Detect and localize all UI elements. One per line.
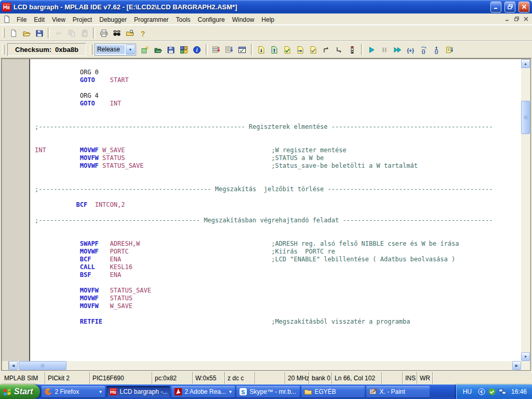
menu-project[interactable]: Project [69, 15, 96, 25]
paste-button[interactable] [78, 26, 91, 39]
taskbar-task-firefox[interactable]: 2 Firefox▼ [42, 386, 105, 397]
build-options-button[interactable] [178, 43, 191, 56]
step-out-button[interactable]: {} [430, 43, 443, 56]
scroll-left-button[interactable]: ◀ [9, 361, 18, 370]
taskbar-task-skype[interactable]: SSkype™ - mr.b... [236, 386, 300, 397]
save-workspace-button[interactable] [165, 43, 178, 56]
mdi-restore-button[interactable] [512, 15, 521, 23]
menu-file[interactable]: File [13, 15, 30, 25]
vertical-scrollbar[interactable]: ▲ ▼ [521, 59, 530, 361]
animate-button[interactable] [391, 43, 404, 56]
toolbar-gripper[interactable] [2, 45, 5, 55]
status-programmer: PICkit 2 [45, 372, 90, 384]
find-button[interactable] [110, 26, 123, 39]
build-configuration-value: Release [96, 45, 125, 54]
release-from-reset-button[interactable] [320, 43, 333, 56]
code-line: GOTO START [35, 76, 521, 84]
mdi-client-area: ORG 0 GOTO START ORG 4 GOTO INT ;-------… [1, 58, 531, 371]
build-configuration-combobox[interactable]: Release ▼ [95, 44, 136, 56]
open-project-button[interactable] [152, 43, 165, 56]
help-button[interactable]: ? [136, 26, 149, 39]
abort-button[interactable] [346, 43, 359, 56]
scroll-down-button[interactable]: ▼ [521, 352, 530, 361]
editor-gutter[interactable] [2, 59, 30, 361]
vertical-scrollbar-thumb[interactable] [521, 101, 530, 134]
chevron-down-icon[interactable]: ▼ [99, 390, 103, 394]
hold-in-reset-button[interactable] [333, 43, 346, 56]
chevron-down-icon[interactable]: ▼ [126, 45, 135, 55]
code-line [35, 84, 521, 92]
about-button[interactable]: i [191, 43, 204, 56]
step-into-button[interactable]: {+} [404, 43, 417, 56]
mdi-minimize-button[interactable] [503, 15, 512, 23]
build-all-button[interactable] [223, 43, 236, 56]
print-button[interactable] [97, 26, 110, 39]
mdi-close-button[interactable] [522, 15, 530, 23]
paste-icon [81, 29, 89, 37]
maximize-restore-button[interactable] [504, 2, 515, 12]
start-button[interactable]: Start [0, 384, 40, 399]
new-project-button[interactable] [139, 43, 152, 56]
mdi-close-icon [524, 17, 528, 21]
taskbar-task-adobe[interactable]: 2 Adobe Rea...▼ [171, 386, 235, 397]
menu-view[interactable]: View [48, 15, 69, 25]
toolbar-separator [48, 28, 50, 38]
taskbar-task-paint[interactable]: X. - Paint [366, 386, 430, 397]
build-button[interactable] [210, 43, 223, 56]
scroll-up-button[interactable]: ▲ [521, 59, 530, 68]
save-file-button[interactable] [33, 26, 46, 39]
menu-debugger[interactable]: Debugger [96, 15, 130, 25]
step-over-button[interactable]: {} [417, 43, 430, 56]
verify-button[interactable] [281, 43, 294, 56]
horizontal-scrollbar[interactable]: ◀ ▶ [2, 361, 521, 370]
network-icon[interactable] [498, 388, 507, 396]
find-in-files-button[interactable] [123, 26, 136, 39]
verify-icon [283, 46, 291, 54]
source-code[interactable]: ORG 0 GOTO START ORG 4 GOTO INT ;-------… [30, 59, 521, 326]
hide-chevron-icon[interactable] [477, 388, 486, 396]
code-editor[interactable]: ORG 0 GOTO START ORG 4 GOTO INT ;-------… [30, 59, 521, 361]
read-target-button[interactable] [268, 43, 281, 56]
scrollbar-corner [521, 361, 530, 370]
toolbar-gripper[interactable] [90, 45, 92, 55]
menu-edit[interactable]: Edit [30, 15, 48, 25]
menu-tools[interactable]: Tools [172, 15, 194, 25]
blank-check-button[interactable] [307, 43, 320, 56]
menu-programmer[interactable]: Programmer [130, 15, 172, 25]
taskbar-task-folder[interactable]: EGYÉB [301, 386, 365, 397]
cut-button[interactable]: ✂ [52, 26, 65, 39]
scroll-right-button[interactable]: ▶ [512, 361, 521, 370]
code-line: MOVFW STATUS_SAVE [35, 287, 521, 295]
mplab-icon [109, 388, 117, 396]
menu-help[interactable]: Help [258, 15, 278, 25]
open-file-button[interactable] [20, 26, 33, 39]
run-button[interactable] [365, 43, 378, 56]
horizontal-scrollbar-thumb[interactable] [19, 361, 66, 370]
title-bar[interactable]: LCD bargraph - MPLAB IDE v7.62 - [E:\LCD… [0, 0, 532, 14]
erase-button[interactable] [294, 43, 307, 56]
open-project-icon [154, 46, 162, 54]
code-line: SWAPF ADRESH,W ;ADRESH reg. alsó felső N… [35, 240, 521, 248]
taskbar-task-mplab[interactable]: LCD bargraph -... [107, 386, 170, 397]
code-line: ORG 0 [35, 69, 521, 76]
menu-window[interactable]: Window [229, 15, 258, 25]
chevron-down-icon[interactable]: ▼ [229, 390, 233, 394]
task-label: X. - Paint [379, 388, 427, 395]
language-indicator[interactable]: HU [463, 388, 472, 395]
start-label: Start [14, 387, 33, 396]
program-target-button[interactable] [255, 43, 268, 56]
reset-button[interactable] [443, 43, 456, 56]
new-file-button[interactable] [7, 26, 20, 39]
minimize-button[interactable] [490, 2, 501, 12]
splitter-box[interactable] [2, 361, 9, 370]
rebuild-button[interactable] [236, 43, 249, 56]
status-frequency: 20 MHz [285, 372, 309, 384]
program-target-icon [257, 46, 265, 54]
menu-configure[interactable]: Configure [194, 15, 229, 25]
status-caret: Ln 66, Col 102 [332, 372, 382, 384]
halt-button[interactable] [378, 43, 391, 56]
copy-button[interactable] [65, 26, 78, 39]
close-button[interactable] [518, 2, 529, 12]
toolbar-gripper[interactable] [2, 28, 5, 38]
security-check-icon[interactable] [488, 388, 496, 396]
